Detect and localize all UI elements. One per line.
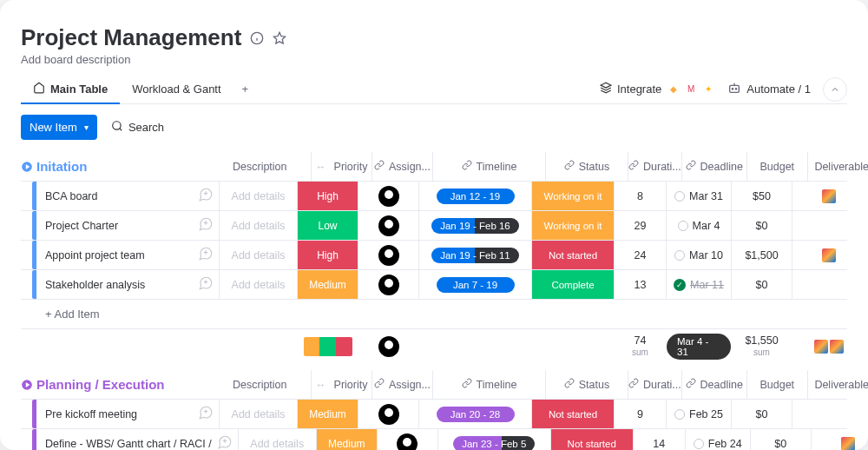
automate-button[interactable]: Automate / 1 [727,81,811,97]
budget-cell[interactable]: $1,500 [731,241,792,269]
group-title[interactable]: Planning / Execution [33,370,233,399]
duration-cell[interactable]: 8 [614,182,666,210]
column-status[interactable]: Status [545,370,628,399]
timeline-cell[interactable]: Jan 19 - Feb 11 [418,241,531,269]
status-cell[interactable]: Not started [531,400,614,428]
deadline-cell[interactable]: Feb 25 [666,400,731,428]
timeline-cell[interactable]: Jan 12 - 19 [418,182,531,210]
priority-cell[interactable]: Medium [297,270,358,299]
table-row[interactable]: Define - WBS/ Gantt chart / RACI / Add d… [21,428,847,450]
deliverables-cell[interactable] [792,182,865,210]
table-row[interactable]: Project Charter Add details Low Jan 19 -… [21,210,847,240]
column-budget[interactable]: Budget [746,370,807,399]
deliverables-cell[interactable] [792,211,865,240]
chat-icon[interactable] [198,275,214,294]
assignee-cell[interactable] [358,270,418,299]
column-duration[interactable]: Durati... [628,152,681,181]
integrate-button[interactable]: Integrate ◆ M ✦ [600,82,715,96]
duration-cell[interactable]: 14 [633,429,685,450]
status-cell[interactable]: Working on it [531,211,614,240]
chat-icon[interactable] [198,405,214,423]
column-duration[interactable]: Durati... [628,370,681,399]
timeline-cell[interactable]: Jan 19 - Feb 16 [418,211,531,240]
info-icon[interactable] [250,31,264,45]
description-cell[interactable]: Add details [219,182,297,210]
chat-icon[interactable] [217,434,233,450]
board-description[interactable]: Add board description [21,53,847,66]
assignee-cell[interactable] [358,400,418,428]
column-assignee[interactable]: Assign... [372,370,432,399]
add-item-row[interactable]: + Add Item [21,299,847,328]
item-name-cell[interactable]: Appoint project team [36,241,219,269]
timeline-cell[interactable]: Jan 20 - 28 [418,400,531,428]
table-row[interactable]: Pre kickoff meeting Add details Medium J… [21,399,847,428]
column-timeline[interactable]: Timeline [432,370,545,399]
deliverables-cell[interactable] [811,429,868,450]
priority-cell[interactable]: High [297,241,358,269]
timeline-cell[interactable]: Jan 23 - Feb 5 [437,429,550,450]
column-description[interactable]: Description [233,370,311,399]
column-timeline[interactable]: Timeline [432,152,545,181]
duration-cell[interactable]: 24 [614,241,666,269]
add-tab-button[interactable]: + [233,76,258,103]
deliverables-cell[interactable] [792,400,865,428]
duration-cell[interactable]: 9 [614,400,666,428]
search-input[interactable]: Search [111,120,164,135]
description-cell[interactable]: Add details [219,270,297,299]
description-cell[interactable]: Add details [219,211,297,240]
new-item-button[interactable]: New Item ▾ [21,115,97,140]
timeline-cell[interactable]: Jan 7 - 19 [418,270,531,299]
item-name-cell[interactable]: Pre kickoff meeting [36,400,219,428]
chat-icon[interactable] [198,216,214,235]
item-name-cell[interactable]: Define - WBS/ Gantt chart / RACI / [36,429,238,450]
column-deadline[interactable]: Deadline [681,370,746,399]
assignee-cell[interactable] [358,182,418,210]
budget-cell[interactable]: $50 [731,182,792,210]
budget-cell[interactable]: $0 [731,270,792,299]
column-assignee[interactable]: Assign... [372,152,432,181]
column-description[interactable]: Description [233,152,311,181]
collapse-button[interactable] [823,77,847,102]
priority-cell[interactable]: Low [297,211,358,240]
deadline-cell[interactable]: Mar 31 [666,182,731,210]
deadline-cell[interactable]: Mar 4 [666,211,731,240]
column-deliverables[interactable]: Deliverables [807,152,868,181]
priority-cell[interactable]: Medium [316,429,377,450]
table-row[interactable]: Stakeholder analysis Add details Medium … [21,269,847,299]
status-cell[interactable]: Working on it [531,182,614,210]
deliverables-cell[interactable] [792,241,865,269]
column-budget[interactable]: Budget [746,152,807,181]
column-deadline[interactable]: Deadline [681,152,746,181]
budget-cell[interactable]: $0 [731,211,792,240]
group-title[interactable]: Initation [33,152,233,181]
description-cell[interactable]: Add details [238,429,316,450]
description-cell[interactable]: Add details [219,400,297,428]
column-status[interactable]: Status [545,152,628,181]
duration-cell[interactable]: 13 [614,270,666,299]
chat-icon[interactable] [198,187,214,205]
status-cell[interactable]: Not started [531,241,614,269]
priority-cell[interactable]: Medium [297,400,358,428]
assignee-cell[interactable] [377,429,437,450]
tab-workload-gantt[interactable]: Workload & Gantt [120,76,233,103]
description-cell[interactable]: Add details [219,241,297,269]
column-deliverables[interactable]: Deliverables [807,370,868,399]
item-name-cell[interactable]: Project Charter [36,211,219,240]
table-row[interactable]: Appoint project team Add details High Ja… [21,240,847,269]
tab-main-table[interactable]: Main Table [21,75,120,103]
star-icon[interactable] [273,31,286,45]
column-priority[interactable]: ↔Priority [311,370,372,399]
priority-cell[interactable]: High [297,182,358,210]
item-name-cell[interactable]: Stakeholder analysis [36,270,219,299]
duration-cell[interactable]: 29 [614,211,666,240]
deadline-cell[interactable]: ✓Mar 11 [666,270,731,299]
chat-icon[interactable] [198,246,214,264]
status-cell[interactable]: Not started [550,429,633,450]
deadline-cell[interactable]: Mar 10 [666,241,731,269]
collapse-group-button[interactable] [21,370,33,399]
deadline-cell[interactable]: Feb 24 [685,429,750,450]
table-row[interactable]: BCA board Add details High Jan 12 - 19 W… [21,181,847,210]
column-priority[interactable]: ↔Priority [311,152,372,181]
budget-cell[interactable]: $0 [750,429,811,450]
status-cell[interactable]: Complete [531,270,614,299]
